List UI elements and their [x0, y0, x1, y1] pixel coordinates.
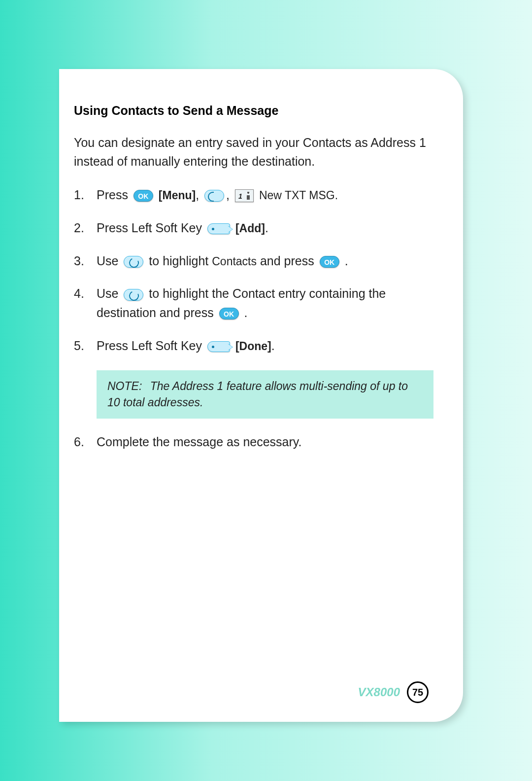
manual-page: Using Contacts to Send a Message You can… [59, 69, 463, 722]
note-label: NOTE: [107, 380, 142, 392]
key-1-icon: 1 [235, 189, 254, 202]
step-text: to highlight [149, 254, 212, 268]
section-heading: Using Contacts to Send a Message [74, 104, 433, 118]
comma: , [196, 188, 202, 202]
nav-wheel-icon [124, 289, 143, 301]
step-text: and press [257, 254, 318, 268]
period: . [265, 221, 268, 235]
period: . [271, 339, 275, 353]
step-5: Press Left Soft Key [Done]. NOTE: The Ad… [74, 336, 433, 419]
step-text: Use [97, 254, 122, 268]
step-text: Press Left Soft Key [97, 339, 205, 353]
ok-button-icon: OK [219, 308, 239, 320]
step-2: Press Left Soft Key [Add]. [74, 218, 433, 238]
step-4: Use to highlight the Contact entry conta… [74, 284, 433, 322]
contacts-label: Contacts [212, 255, 257, 268]
nav-wheel-icon [124, 256, 143, 268]
step-text: Use [97, 286, 122, 300]
period: . [345, 254, 348, 268]
left-soft-key-icon [207, 223, 230, 234]
add-label: [Add] [235, 222, 265, 235]
ok-button-icon: OK [133, 190, 153, 202]
step-text: Press [97, 188, 132, 202]
new-txt-msg: New TXT MSG. [259, 189, 338, 202]
page-number: 75 [407, 681, 429, 703]
step-3: Use to highlight Contacts and press OK . [74, 251, 433, 271]
menu-label: [Menu] [159, 189, 196, 202]
step-list: Press OK [Menu], , 1 New TXT MSG. Press … [74, 185, 433, 452]
left-soft-key-icon [207, 341, 230, 352]
ok-button-icon: OK [320, 256, 339, 268]
step-text: Complete the message as necessary. [97, 435, 301, 449]
step-6: Complete the message as necessary. [74, 432, 433, 452]
page-footer: VX8000 75 [358, 681, 429, 703]
model-label: VX8000 [358, 685, 400, 699]
nav-left-icon [204, 190, 224, 202]
intro-paragraph: You can designate an entry saved in your… [74, 134, 433, 171]
period: . [244, 306, 248, 320]
step-text: Press Left Soft Key [97, 221, 205, 235]
done-label: [Done] [235, 340, 271, 353]
comma: , [226, 188, 233, 202]
step-1: Press OK [Menu], , 1 New TXT MSG. [74, 185, 433, 205]
note-text: The Address 1 feature allows multi-sendi… [107, 380, 408, 409]
note-box: NOTE: The Address 1 feature allows multi… [97, 370, 433, 419]
